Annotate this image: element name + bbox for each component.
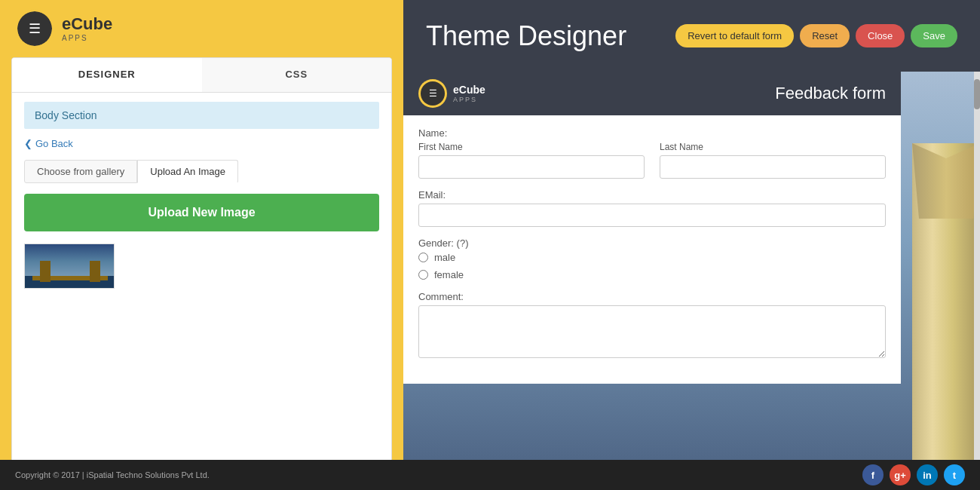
go-back-link[interactable]: ❮ Go Back [24, 138, 379, 149]
comment-group: Comment: [418, 291, 886, 361]
right-content: ☰ eCube APPS Feedback form Name: First N… [403, 72, 980, 490]
right-header: Theme Designer Revert to default form Re… [403, 0, 980, 72]
social-icons: f g+ in t [862, 464, 965, 485]
go-back-label: Go Back [35, 138, 73, 149]
tab-upload-image[interactable]: Upload An Image [137, 160, 238, 183]
female-label: female [434, 269, 464, 280]
form-logo: ☰ eCube APPS [418, 79, 485, 108]
form-container: ☰ eCube APPS Feedback form Name: First N… [403, 72, 901, 384]
google-plus-icon[interactable]: g+ [890, 464, 911, 485]
logo-inner: ☰ [17, 11, 52, 46]
upload-new-image-button[interactable]: Upload New Image [24, 194, 379, 231]
gender-label: Gender: (?) [418, 237, 886, 249]
footer-copyright: Copyright © 2017 | iSpatial Techno Solut… [15, 470, 210, 479]
logo-name: eCube [62, 15, 112, 33]
male-label: male [434, 252, 455, 263]
twitter-icon[interactable]: t [944, 464, 965, 485]
name-inputs-row [418, 155, 886, 179]
theme-title: Theme Designer [426, 20, 626, 52]
thumbnail-image [25, 244, 115, 289]
save-button[interactable]: Save [911, 24, 957, 47]
tab-designer[interactable]: DESIGNER [12, 58, 202, 92]
image-thumbnail [24, 243, 115, 289]
form-logo-icon: ☰ [429, 88, 437, 99]
reset-button[interactable]: Reset [800, 24, 850, 47]
header-buttons: Revert to default form Reset Close Save [675, 24, 957, 47]
body-section-bar: Body Section [24, 102, 379, 129]
form-header: ☰ eCube APPS Feedback form [403, 72, 901, 115]
thumb-sky [25, 244, 115, 278]
name-label: Name: [418, 127, 886, 139]
form-logo-circle: ☰ [418, 79, 447, 108]
name-sublabels: First Name Last Name [418, 142, 886, 152]
logo-apps: APPS [62, 34, 112, 42]
female-radio[interactable] [418, 270, 428, 280]
last-name-sublabel: Last Name [660, 142, 886, 152]
tabs-row: DESIGNER CSS [12, 58, 391, 93]
comment-textarea[interactable] [418, 305, 886, 358]
email-label: EMail: [418, 189, 886, 201]
male-radio[interactable] [418, 253, 428, 262]
chevron-left-icon: ❮ [24, 138, 32, 149]
first-name-sublabel: First Name [418, 142, 645, 152]
form-body: Name: First Name Last Name EMail: [403, 115, 901, 384]
image-tabs: Choose from gallery Upload An Image [24, 160, 379, 183]
bg-tower-turret [912, 143, 980, 219]
facebook-icon[interactable]: f [862, 464, 884, 485]
form-logo-apps: APPS [453, 96, 485, 103]
last-name-input[interactable] [660, 155, 886, 179]
female-radio-row: female [418, 269, 886, 280]
left-header: ☰ eCube APPS [0, 0, 403, 57]
form-logo-text-block: eCube APPS [453, 84, 485, 103]
form-logo-inner: ☰ [421, 81, 445, 106]
first-name-input[interactable] [418, 155, 645, 179]
tab-css[interactable]: CSS [202, 58, 392, 92]
bg-tower-right [912, 143, 980, 490]
email-group: EMail: [418, 189, 886, 227]
right-scrollbar[interactable] [974, 72, 980, 490]
panel-body: Body Section ❮ Go Back Choose from galle… [12, 93, 391, 489]
revert-button[interactable]: Revert to default form [675, 24, 794, 47]
right-panel: Theme Designer Revert to default form Re… [403, 0, 980, 490]
gender-group: Gender: (?) male female [418, 237, 886, 280]
name-group: Name: First Name Last Name [418, 127, 886, 179]
left-content: DESIGNER CSS Body Section ❮ Go Back Choo… [11, 57, 392, 490]
thumb-tower-right [90, 261, 100, 282]
thumb-tower-left [40, 261, 51, 282]
close-button[interactable]: Close [856, 24, 905, 47]
logo-text: eCube APPS [62, 15, 112, 41]
tab-choose-gallery[interactable]: Choose from gallery [24, 160, 137, 183]
comment-label: Comment: [418, 291, 886, 302]
left-panel: ☰ eCube APPS DESIGNER CSS Body Section ❮… [0, 0, 403, 490]
logo-icon: ☰ [29, 20, 41, 37]
male-radio-row: male [418, 252, 886, 263]
footer: Copyright © 2017 | iSpatial Techno Solut… [0, 460, 980, 490]
form-title: Feedback form [775, 84, 886, 103]
logo-circle: ☰ [15, 9, 54, 48]
scrollbar-thumb [974, 79, 980, 109]
form-logo-name: eCube [453, 84, 485, 96]
email-input[interactable] [418, 204, 886, 227]
linkedin-icon[interactable]: in [917, 464, 938, 485]
